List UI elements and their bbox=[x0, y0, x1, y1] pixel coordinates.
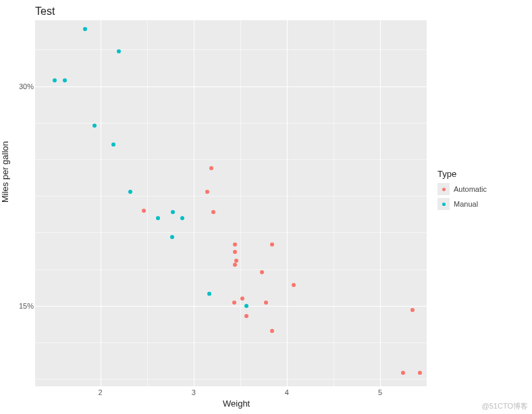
gridline-vertical bbox=[194, 20, 194, 386]
data-point bbox=[260, 270, 264, 274]
gridline-horizontal-minor bbox=[35, 342, 427, 343]
data-point bbox=[209, 166, 213, 170]
x-tick-label: 3 bbox=[192, 388, 196, 396]
legend-title: Type bbox=[437, 169, 525, 179]
gridline-horizontal-minor bbox=[35, 49, 427, 50]
y-tick-label: 30% bbox=[14, 82, 34, 90]
legend-dot-icon bbox=[442, 203, 446, 206]
data-point bbox=[205, 190, 209, 194]
gridline-vertical bbox=[287, 20, 288, 386]
data-point bbox=[233, 263, 237, 267]
legend-dot-icon bbox=[442, 188, 446, 191]
data-point bbox=[142, 209, 146, 213]
data-point bbox=[232, 301, 236, 305]
data-point bbox=[180, 216, 184, 220]
data-point bbox=[240, 296, 244, 301]
data-point bbox=[207, 292, 211, 296]
chart-title: Test bbox=[35, 5, 55, 18]
gridline-horizontal bbox=[35, 306, 427, 307]
gridline-vertical bbox=[101, 20, 101, 386]
data-point bbox=[233, 250, 237, 254]
gridline-vertical-minor bbox=[334, 20, 334, 386]
data-point bbox=[401, 371, 405, 375]
data-point bbox=[171, 210, 175, 214]
legend-item: Automatic bbox=[437, 183, 525, 195]
data-point bbox=[244, 304, 248, 308]
gridline-vertical-minor bbox=[240, 20, 241, 386]
gridline-horizontal-minor bbox=[35, 159, 427, 160]
gridline-horizontal-minor bbox=[35, 232, 427, 233]
x-tick-label: 4 bbox=[285, 388, 289, 396]
data-point bbox=[233, 242, 237, 247]
watermark: @51CTO博客 bbox=[482, 401, 528, 411]
data-point bbox=[128, 190, 132, 194]
data-point bbox=[63, 78, 67, 82]
data-point bbox=[156, 216, 160, 220]
data-point bbox=[92, 124, 97, 128]
gridline-horizontal-minor bbox=[35, 269, 427, 270]
legend-key bbox=[437, 183, 450, 195]
x-tick-label: 5 bbox=[378, 388, 382, 396]
chart-container: Test Miles per gallon Weight 2345 15%30%… bbox=[0, 0, 532, 414]
plot-panel bbox=[35, 20, 427, 386]
data-point bbox=[410, 308, 415, 312]
x-tick-label: 2 bbox=[99, 388, 103, 396]
x-axis-label: Weight bbox=[223, 398, 250, 409]
data-point bbox=[264, 301, 268, 305]
gridline-horizontal bbox=[35, 86, 427, 87]
data-point bbox=[170, 235, 174, 239]
gridline-vertical bbox=[380, 20, 381, 386]
legend: Type AutomaticManual bbox=[437, 169, 525, 213]
y-tick-label: 15% bbox=[14, 302, 34, 310]
legend-label: Manual bbox=[454, 200, 478, 208]
data-point bbox=[270, 329, 274, 333]
y-axis-label: Miles per gallon bbox=[0, 141, 10, 203]
data-point bbox=[292, 283, 296, 287]
legend-item: Manual bbox=[437, 198, 525, 210]
data-point bbox=[111, 143, 115, 147]
data-point bbox=[117, 49, 121, 53]
legend-key bbox=[437, 198, 450, 210]
gridline-vertical-minor bbox=[147, 20, 148, 386]
gridline-horizontal-minor bbox=[35, 196, 427, 197]
legend-label: Automatic bbox=[454, 185, 487, 193]
data-point bbox=[211, 210, 215, 214]
data-point bbox=[418, 371, 422, 375]
data-point bbox=[234, 259, 238, 263]
data-point bbox=[244, 314, 248, 318]
gridline-horizontal-minor bbox=[35, 379, 427, 380]
legend-items: AutomaticManual bbox=[437, 183, 525, 210]
data-point bbox=[83, 27, 87, 31]
data-point bbox=[53, 78, 57, 82]
data-point bbox=[270, 242, 274, 247]
